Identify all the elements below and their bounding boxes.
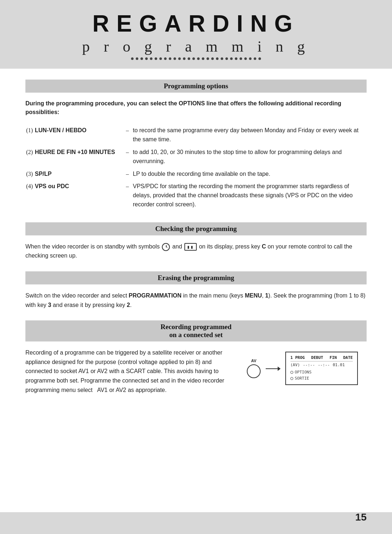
page-number: 15 (355, 511, 367, 523)
option-row: (3)SP/LP–LP to double the recording time… (26, 168, 366, 180)
option-row: (4)VPS ou PDC–VPS/PDC for starting the r… (26, 181, 366, 210)
section-header-checking: Checking the programming (25, 222, 367, 235)
section-header-recording: Recording programmed on a connected set (25, 320, 367, 341)
arrow-line (266, 368, 280, 369)
section-erasing: Erasing the programming Switch on the vi… (25, 271, 367, 310)
section-recording-connected: Recording programmed on a connected set … (25, 320, 367, 395)
erasing-text: Switch on the video recorder and select … (25, 291, 367, 310)
screen-data-row: (AV) --:-- --:-- 01.01 (290, 363, 353, 367)
recording-layout: Recording of a programme can be triggere… (25, 348, 367, 395)
header-band: REGARDING p r o g r a m m i n g (0, 0, 392, 69)
main-content: Programming options During the programmi… (0, 69, 392, 420)
option-row: (2)HEURE DE FIN +10 MINUTES–to add 10, 2… (26, 146, 366, 167)
intro-text: During the programming procedure, you ca… (25, 99, 367, 117)
av-circle (247, 364, 261, 378)
page: REGARDING p r o g r a m m i n g Programm… (0, 0, 392, 534)
section-programming-options: Programming options During the programmi… (25, 80, 367, 211)
sortie-bullet (290, 377, 293, 380)
bottom-band (0, 512, 392, 534)
recording-diagram: AV 1 PROG DEBUT FIN DATE (AV) - (247, 352, 367, 385)
main-title: REGARDING (22, 11, 370, 36)
dots-decoration (22, 57, 370, 60)
section-header-erasing: Erasing the programming (25, 271, 367, 284)
cassette-icon: ▮▮ (184, 243, 197, 251)
screen-display: 1 PROG DEBUT FIN DATE (AV) --:-- --:-- 0… (285, 352, 358, 385)
checking-text: When the video recorder is on standby wi… (25, 242, 367, 260)
options-bullet (290, 371, 293, 374)
clock-icon (162, 243, 170, 251)
screen-options: OPTIONS SORTIE (290, 369, 353, 381)
option-row: (1)LUN-VEN / HEBDO–to record the same pr… (26, 125, 366, 146)
options-table: (1)LUN-VEN / HEBDO–to record the same pr… (25, 124, 367, 211)
sub-title: p r o g r a m m i n g (22, 38, 370, 55)
screen-header-row: 1 PROG DEBUT FIN DATE (290, 355, 353, 361)
section-header-programming: Programming options (25, 80, 367, 93)
av-label: AV (247, 359, 261, 378)
recording-text: Recording of a programme can be triggere… (25, 348, 236, 395)
section-checking: Checking the programming When the video … (25, 222, 367, 260)
